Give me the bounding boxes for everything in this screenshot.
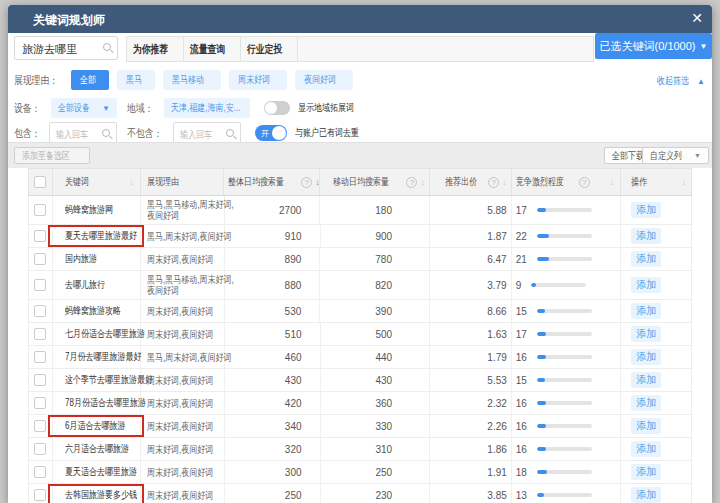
row-checkbox[interactable] [34,489,46,501]
row-checkbox[interactable] [34,374,46,386]
info-icon[interactable]: ? [579,177,590,188]
custom-columns-button[interactable]: 自定义列▼ [642,147,709,164]
add-keyword-button[interactable]: 添加 [631,395,661,411]
row-checkbox[interactable] [34,305,46,317]
add-keyword-button[interactable]: 添加 [631,441,661,457]
competition-value: 9 [516,280,522,291]
add-keyword-button[interactable]: 添加 [631,418,661,434]
keyword-text: 去韩国旅游要多少钱 [65,488,137,502]
competition-bar [537,470,592,474]
reason-chip-weekend[interactable]: 周末好词 [229,70,287,90]
keyword-search-input[interactable]: 旅游去哪里 [14,36,118,60]
selected-keywords-button[interactable]: 已选关键词(0/1000) ▼ [595,33,712,59]
add-keyword-button[interactable]: 添加 [631,464,661,480]
tab-recommended[interactable]: 为你推荐 [127,37,184,61]
competition-value: 15 [516,375,527,386]
bid-value: 5.53 [430,369,512,391]
add-keyword-button[interactable]: 添加 [631,487,661,503]
tab-industry-targeting[interactable]: 行业定投 [241,37,298,61]
table-row: 国内旅游 周末好词,夜间好词 890 780 6.47 21 添加 [28,248,692,271]
header-overall-volume[interactable]: 整体日均搜索量 ? ↓ [224,169,320,195]
row-checkbox[interactable] [34,420,46,432]
add-keyword-button[interactable]: 添加 [631,277,661,293]
row-checkbox[interactable] [34,230,46,242]
select-all-checkbox[interactable] [34,176,46,188]
competition-cell: 13 [512,484,622,503]
reason-cell: 周末好词,夜间好词 [141,300,225,322]
sort-down-icon[interactable]: ↓ [129,177,134,187]
reason-chip-heima-mobile[interactable]: 黑马移动 [163,70,221,90]
tab-traffic-query[interactable]: 流量查询 [184,37,241,61]
add-to-candidates-button[interactable]: 添加至备选区 [14,147,90,164]
reason-text: 周末好词,夜间好词 [147,444,230,455]
competition-bar [537,355,592,359]
mobile-volume-value: 180 [320,196,430,224]
info-icon[interactable]: ? [406,177,417,188]
reason-text: 周末好词,夜间好词 [147,375,230,386]
add-keyword-button[interactable]: 添加 [631,372,661,388]
competition-value: 16 [516,421,527,432]
header-reason[interactable]: 展现理由 ↓ [141,169,225,195]
close-icon[interactable]: ✕ [691,10,703,26]
table-row: 去韩国旅游要多少钱 周末好词,夜间好词 250 230 3.85 13 添加 [28,484,692,503]
info-icon[interactable]: ? [301,177,312,188]
reason-chip-heima[interactable]: 黑马 [117,70,155,90]
table-row: 蚂蜂窝旅游网 黑马,黑马移动,周末好词,夜间好词 2700 180 5.88 1… [28,196,692,225]
include-exclude-row: 包含： 输入回车 不包含： 输入回车 开 与账户已有词去重 [14,122,375,144]
region-label: 地域： [127,101,153,116]
info-icon[interactable]: ? [488,177,499,188]
collapse-filter-link[interactable]: 收起筛选▲ [657,74,705,88]
sort-down-icon-active[interactable]: ↓ [315,177,320,187]
row-checkbox[interactable] [34,466,46,478]
overall-volume-value: 430 [225,369,321,391]
reason-label: 展现理由： [14,73,58,88]
keyword-cell: 去哪儿旅行 [53,271,141,299]
competition-bar [537,493,592,497]
table-toolbar: 添加至备选区 全部下载 自定义列▼ [8,142,712,168]
region-select[interactable]: 天津,福建,海南,安... ▼ [164,98,250,118]
keyword-text: 夏天适合去哪里旅游 [65,465,137,479]
dedupe-toggle[interactable]: 开 [255,125,287,141]
table-row: 78月份适合去哪里旅游 周末好词,夜间好词 420 360 2.32 16 添加 [28,392,692,415]
toggle-knob [272,126,286,140]
sort-down-icon[interactable]: ↓ [682,177,687,187]
bid-value: 1.86 [430,438,512,460]
add-keyword-button[interactable]: 添加 [631,228,661,244]
add-keyword-button[interactable]: 添加 [631,349,661,365]
add-keyword-button[interactable]: 添加 [631,303,661,319]
region-expand-toggle[interactable] [264,101,290,115]
row-checkbox[interactable] [34,328,46,340]
reason-cell: 周末好词,夜间好词 [141,438,225,460]
reason-chip-all[interactable]: 全部 [71,70,109,90]
header-keyword[interactable]: 关键词 ↓ [53,169,141,195]
keyword-text: 7月份去哪里旅游最好 [65,350,141,364]
keyword-cell: 夏天适合去哪里旅游 [53,461,141,483]
row-checkbox[interactable] [34,351,46,363]
row-checkbox[interactable] [34,279,46,291]
reason-cell: 黑马,周末好词,夜间好词 [141,225,225,247]
reason-chip-night[interactable]: 夜间好词 [295,70,353,90]
header-mobile-volume[interactable]: 移动日均搜索量 ? ↓ [320,169,430,195]
mobile-volume-value: 780 [320,248,430,270]
table-row: 这个季节去哪里旅游最好 周末好词,夜间好词 430 430 5.53 15 添加 [28,369,692,392]
include-input[interactable]: 输入回车 [49,122,117,144]
add-keyword-button[interactable]: 添加 [631,251,661,267]
overall-volume-value: 2700 [225,196,321,224]
exclude-input[interactable]: 输入回车 [173,122,241,144]
device-select[interactable]: 全部设备 ▼ [51,98,117,118]
sort-down-icon[interactable]: ↓ [420,177,425,187]
row-checkbox[interactable] [34,397,46,409]
header-bid[interactable]: 推荐出价 ? ↓ [430,169,512,195]
bid-value: 5.88 [430,196,512,224]
header-competition[interactable]: 竞争激烈程度 ? ↓ [512,169,622,195]
sort-down-icon[interactable]: ↓ [610,177,615,187]
row-checkbox[interactable] [34,443,46,455]
add-keyword-button[interactable]: 添加 [631,202,661,218]
competition-bar-fill [537,447,546,451]
reason-cell: 周末好词,夜间好词 [141,248,225,270]
row-checkbox[interactable] [34,204,46,216]
keyword-text: 夏天去哪里旅游最好 [65,229,137,243]
add-keyword-button[interactable]: 添加 [631,326,661,342]
row-checkbox[interactable] [34,253,46,265]
sort-down-icon[interactable]: ↓ [502,177,507,187]
